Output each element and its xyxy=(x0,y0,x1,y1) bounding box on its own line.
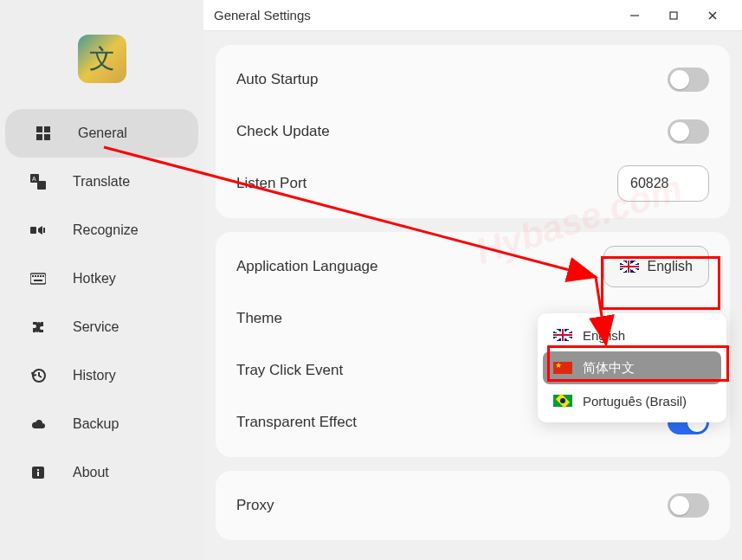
flag-cn-icon xyxy=(553,362,572,374)
main-panel: General Settings Auto Startup Check Upda… xyxy=(203,0,742,560)
svg-rect-2 xyxy=(36,134,42,140)
flag-uk-icon xyxy=(620,261,639,273)
app-logo: 文 xyxy=(78,35,126,83)
flag-br-icon xyxy=(553,395,572,407)
row-app-language: Application Language English xyxy=(216,241,730,293)
language-option-label: Português (Brasil) xyxy=(583,394,687,409)
svg-rect-18 xyxy=(37,469,39,471)
language-option-label: English xyxy=(583,328,625,343)
label-auto-startup: Auto Startup xyxy=(236,71,319,88)
label-proxy: Proxy xyxy=(236,497,274,514)
label-transparent: Transparent Effect xyxy=(236,414,357,431)
sidebar-item-label: About xyxy=(73,465,109,480)
language-dropdown: English 简体中文 Português (Brasil) xyxy=(538,313,726,422)
toggle-proxy[interactable] xyxy=(668,493,709,518)
language-selector-button[interactable]: English xyxy=(603,246,709,287)
svg-rect-3 xyxy=(44,134,50,140)
card-general-options: Auto Startup Check Update Listen Port xyxy=(216,45,730,218)
sidebar-item-recognize[interactable]: Recognize xyxy=(0,206,203,254)
sidebar-item-history[interactable]: History xyxy=(0,351,203,400)
recognize-icon xyxy=(29,222,47,239)
svg-rect-5 xyxy=(37,181,46,190)
sidebar-item-label: Translate xyxy=(73,174,130,190)
toggle-auto-startup[interactable] xyxy=(668,68,709,92)
sidebar-item-translate[interactable]: A Translate xyxy=(0,158,203,206)
input-listen-port[interactable] xyxy=(617,165,709,202)
svg-rect-21 xyxy=(670,12,677,19)
grid-icon xyxy=(35,125,52,142)
sidebar-item-label: Backup xyxy=(73,416,119,432)
nav-list: General A Translate Recognize Hotkey Ser… xyxy=(0,109,203,497)
keyboard-icon xyxy=(29,270,47,287)
sidebar-item-about[interactable]: About xyxy=(0,448,203,497)
language-option-english[interactable]: English xyxy=(543,319,721,351)
flag-uk-icon xyxy=(553,329,572,341)
sidebar-item-label: Hotkey xyxy=(73,271,116,286)
svg-rect-14 xyxy=(42,275,44,277)
sidebar-item-hotkey[interactable]: Hotkey xyxy=(0,254,203,303)
svg-rect-7 xyxy=(30,227,36,234)
minimize-button[interactable] xyxy=(615,3,654,29)
sidebar-item-label: Service xyxy=(73,319,119,335)
svg-rect-13 xyxy=(40,275,42,277)
svg-rect-10 xyxy=(32,275,34,277)
info-icon xyxy=(29,464,47,481)
label-listen-port: Listen Port xyxy=(236,175,306,192)
svg-rect-8 xyxy=(43,228,45,233)
close-button[interactable] xyxy=(693,3,732,29)
language-option-chinese[interactable]: 简体中文 xyxy=(543,351,721,384)
language-option-label: 简体中文 xyxy=(583,360,635,377)
svg-rect-1 xyxy=(44,126,50,132)
row-check-update: Check Update xyxy=(216,106,730,158)
label-app-language: Application Language xyxy=(236,258,378,275)
label-theme: Theme xyxy=(236,310,282,327)
card-proxy: Proxy xyxy=(216,471,730,540)
svg-rect-11 xyxy=(35,275,36,277)
sidebar: 文 General A Translate Recognize Hotkey S… xyxy=(0,0,203,560)
svg-rect-9 xyxy=(30,274,46,284)
cloud-icon xyxy=(29,415,47,433)
window-title: General Settings xyxy=(214,8,615,23)
row-listen-port: Listen Port xyxy=(216,158,730,209)
language-option-portuguese[interactable]: Português (Brasil) xyxy=(543,384,721,417)
sidebar-item-service[interactable]: Service xyxy=(0,303,203,351)
row-auto-startup: Auto Startup xyxy=(216,54,730,106)
titlebar: General Settings xyxy=(203,0,742,31)
svg-rect-0 xyxy=(36,126,42,132)
sidebar-item-general[interactable]: General xyxy=(5,109,198,158)
sidebar-item-label: General xyxy=(78,126,127,141)
sidebar-item-label: History xyxy=(73,368,116,383)
svg-rect-15 xyxy=(34,280,42,281)
maximize-button[interactable] xyxy=(654,3,693,29)
sidebar-item-backup[interactable]: Backup xyxy=(0,400,203,448)
svg-text:A: A xyxy=(32,176,36,182)
puzzle-icon xyxy=(29,319,47,336)
label-tray-click: Tray Click Event xyxy=(236,362,343,379)
sidebar-item-label: Recognize xyxy=(73,222,139,238)
settings-content: Auto Startup Check Update Listen Port Ap… xyxy=(203,31,742,560)
row-proxy: Proxy xyxy=(216,480,730,531)
window-controls xyxy=(615,3,732,29)
svg-rect-12 xyxy=(37,275,39,277)
translate-icon: A xyxy=(29,173,47,190)
label-check-update: Check Update xyxy=(236,123,330,140)
toggle-check-update[interactable] xyxy=(668,119,709,144)
svg-rect-19 xyxy=(37,472,39,476)
history-icon xyxy=(29,367,47,384)
app-window: 文 General A Translate Recognize Hotkey S… xyxy=(0,0,742,560)
language-current-value: English xyxy=(648,259,693,274)
